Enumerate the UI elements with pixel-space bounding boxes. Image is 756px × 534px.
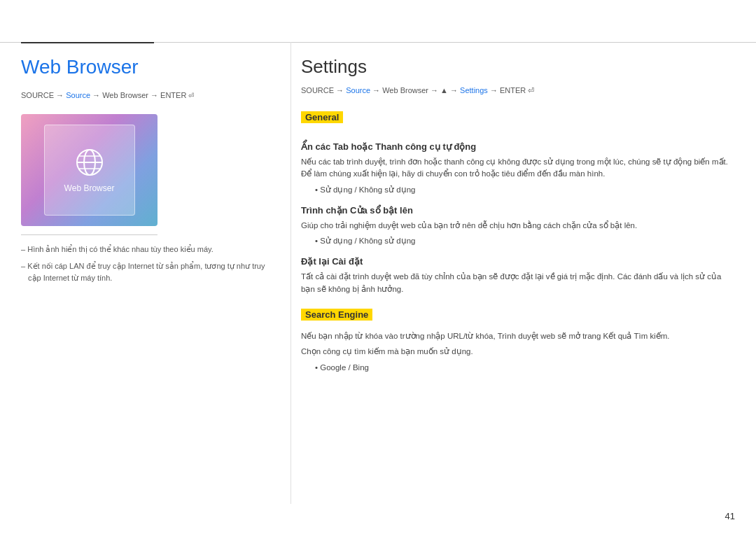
page-title: Web Browser [21,56,273,78]
note-1: Hình ảnh hiển thị có thể khác nhau tùy t… [21,244,273,255]
breadcrumb-source: Source [66,91,90,99]
panel-divider [290,42,291,504]
subsection-body-2: Giúp cho trải nghiệm duyệt web của bạn t… [301,220,735,232]
right-bc-prefix: SOURCE → [301,86,346,94]
subsection-body-1: Nếu các tab trình duyệt, trình đơn hoặc … [301,156,735,181]
left-panel: Web Browser SOURCE → Source → Web Browse… [21,42,273,506]
right-enter-icon: ⏎ [528,86,534,94]
general-heading: General [301,111,343,123]
subsection-title-2: Trình chặn Cửa sổ bật lên [301,205,735,216]
search-engine-body1: Nếu bạn nhập từ khóa vào trường nhập URL… [301,330,735,343]
subsection-title-3: Đặt lại Cài đặt [301,256,735,267]
subsection-title-1: Ẩn các Tab hoặc Thanh công cụ tự động [301,141,735,152]
left-breadcrumb: SOURCE → Source → Web Browser → ENTER ⏎ [21,90,273,101]
page-number: 41 [725,511,735,521]
browser-label: Web Browser [64,183,115,193]
right-breadcrumb: SOURCE → Source → Web Browser → ▲ → Sett… [301,85,735,97]
browser-screenshot: Web Browser [21,114,158,226]
subsection-body-3: Tất cả cài đặt trình duyệt web đã tùy ch… [301,271,735,296]
search-engine-heading: Search Engine [301,309,372,321]
breadcrumb-prefix: SOURCE → [21,91,66,99]
search-engine-body2: Chọn công cụ tìm kiếm mà bạn muốn sử dụn… [301,346,735,358]
settings-title: Settings [301,56,735,78]
bullet-2: Sử dụng / Không sử dụng [315,234,735,247]
right-bc-mid: → Web Browser → [370,86,440,94]
right-bc-source: Source [346,86,370,94]
right-bc-end: → ENTER [488,86,528,94]
browser-image-inner: Web Browser [44,125,135,216]
enter-icon: ⏎ [188,90,194,101]
note-2: Kết nối cáp LAN để truy cập Internet từ … [21,260,273,283]
bullet-1: Sử dụng / Không sử dụng [315,183,735,196]
image-caption-line [21,234,158,235]
breadcrumb-mid: → Web Browser → ENTER [90,91,188,99]
globe-icon [74,147,105,178]
right-bc-settings: Settings [460,86,488,94]
section-general: General Ẩn các Tab hoặc Thanh công cụ tự… [301,111,735,296]
right-bc-up: ▲ [440,86,448,94]
right-bc-arrow: → [448,86,460,94]
search-engine-bullet: Google / Bing [315,361,735,374]
right-panel: Settings SOURCE → Source → Web Browser →… [301,42,735,506]
section-search-engine: Search Engine Nếu bạn nhập từ khóa vào t… [301,308,735,374]
